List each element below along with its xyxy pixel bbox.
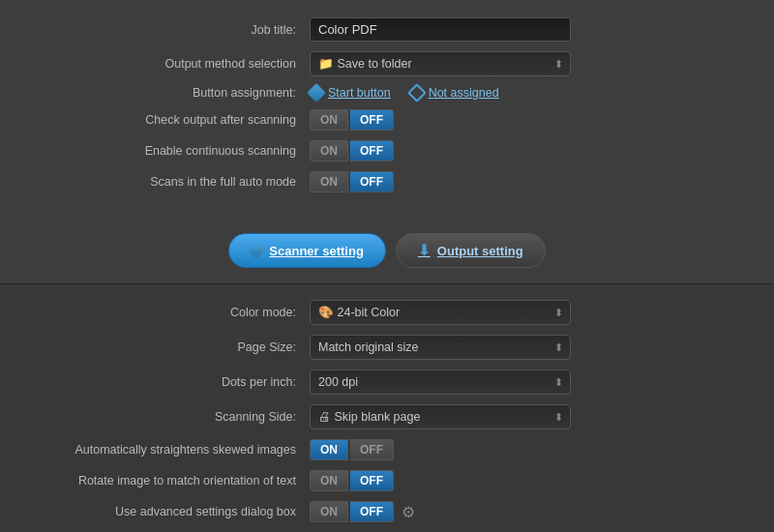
advanced-settings-label: Use advanced settings dialog box <box>0 505 310 518</box>
dpi-select-wrapper: 200 dpi <box>310 369 571 395</box>
start-button-assign[interactable]: Start button <box>310 86 391 100</box>
auto-straighten-label: Automatically straightens skewed images <box>0 443 310 457</box>
rotate-image-row: Rotate image to match orientation of tex… <box>0 470 774 491</box>
output-method-label: Output method selection <box>0 57 310 71</box>
advanced-settings-on[interactable]: ON <box>310 501 348 522</box>
check-output-label: Check output after scanning <box>0 113 310 127</box>
scanning-side-select[interactable]: 🖨 Skip blank page <box>310 404 571 429</box>
top-section: Job title: Output method selection 📁 Sav… <box>0 0 774 222</box>
job-title-label: Job title: <box>0 23 310 37</box>
advanced-settings-row: Use advanced settings dialog box ON OFF … <box>0 501 774 522</box>
output-setting-tab[interactable]: ⬇ Output setting <box>396 233 546 268</box>
color-mode-label: Color mode: <box>0 306 310 319</box>
scanning-side-label: Scanning Side: <box>0 410 310 424</box>
dpi-label: Dots per inch: <box>0 375 310 389</box>
output-method-row: Output method selection 📁 Save to folder <box>0 51 774 76</box>
check-output-row: Check output after scanning ON OFF <box>0 109 774 131</box>
check-output-on[interactable]: ON <box>310 109 348 131</box>
dpi-select[interactable]: 200 dpi <box>310 369 571 395</box>
scanning-side-row: Scanning Side: 🖨 Skip blank page <box>0 404 774 429</box>
rotate-image-toggle: ON OFF <box>310 470 394 491</box>
auto-straighten-toggle: ON OFF <box>310 439 394 460</box>
page-size-label: Page Size: <box>0 340 310 354</box>
scanning-side-select-wrapper: 🖨 Skip blank page <box>310 404 571 429</box>
check-output-toggle: ON OFF <box>310 109 394 131</box>
enable-continuous-toggle: ON OFF <box>310 140 394 162</box>
enable-continuous-row: Enable continuous scanning ON OFF <box>0 140 774 162</box>
scans-full-auto-toggle: ON OFF <box>310 171 394 192</box>
advanced-settings-toggle: ON OFF <box>310 501 394 522</box>
color-mode-row: Color mode: 🎨 24-bit Color <box>0 300 774 325</box>
page-size-select-wrapper: Match original size <box>310 335 571 360</box>
rotate-image-label: Rotate image to match orientation of tex… <box>0 474 310 488</box>
auto-straighten-on[interactable]: ON <box>310 439 348 460</box>
scans-full-auto-row: Scans in the full auto mode ON OFF <box>0 171 774 192</box>
page-size-select[interactable]: Match original size <box>310 335 571 360</box>
color-mode-select-wrapper: 🎨 24-bit Color <box>310 300 571 325</box>
tab-section: Scanner setting ⬇ Output setting <box>0 222 774 283</box>
scans-full-auto-label: Scans in the full auto mode <box>0 175 310 189</box>
scanner-tab-icon <box>249 243 265 259</box>
diamond-filled-icon <box>307 83 326 103</box>
rotate-image-on[interactable]: ON <box>310 470 348 491</box>
job-title-row: Job title: <box>0 17 774 42</box>
page-size-row: Page Size: Match original size <box>0 335 774 360</box>
scans-full-auto-off[interactable]: OFF <box>350 171 394 192</box>
auto-straighten-row: Automatically straightens skewed images … <box>0 439 774 460</box>
advanced-settings-off[interactable]: OFF <box>350 501 394 522</box>
button-assignment-label: Button assignment: <box>0 86 310 100</box>
diamond-outline-icon <box>407 83 427 103</box>
enable-continuous-on[interactable]: ON <box>310 140 348 162</box>
check-output-off[interactable]: OFF <box>350 109 394 131</box>
auto-straighten-off[interactable]: OFF <box>350 439 394 460</box>
bottom-section: Color mode: 🎨 24-bit Color Page Size: Ma… <box>0 286 774 532</box>
scans-full-auto-on[interactable]: ON <box>310 171 348 192</box>
not-assigned-btn[interactable]: Not assigned <box>410 86 499 100</box>
enable-continuous-off[interactable]: OFF <box>350 140 394 162</box>
job-title-input[interactable] <box>310 17 571 42</box>
enable-continuous-label: Enable continuous scanning <box>0 144 310 158</box>
output-tab-icon: ⬇ <box>418 242 431 259</box>
dpi-row: Dots per inch: 200 dpi <box>0 369 774 395</box>
scanner-setting-tab[interactable]: Scanner setting <box>228 233 386 268</box>
button-assignment-group: Start button Not assigned <box>310 86 499 100</box>
output-method-select[interactable]: 📁 Save to folder <box>310 51 571 76</box>
gear-icon[interactable]: ⚙ <box>400 503 417 520</box>
output-method-select-wrapper: 📁 Save to folder <box>310 51 571 76</box>
rotate-image-off[interactable]: OFF <box>350 470 394 491</box>
button-assignment-row: Button assignment: Start button Not assi… <box>0 86 774 100</box>
color-mode-select[interactable]: 🎨 24-bit Color <box>310 300 571 325</box>
